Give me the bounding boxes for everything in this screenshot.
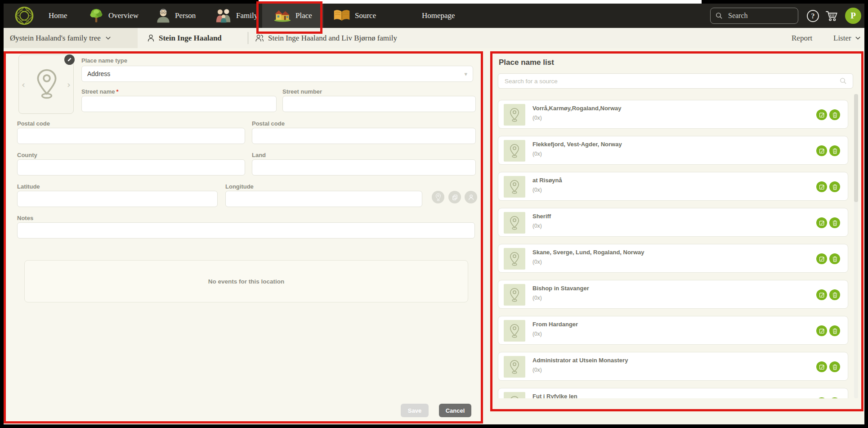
edit-place-button[interactable]	[816, 361, 827, 372]
location-pin-icon	[509, 179, 520, 194]
land-input[interactable]	[252, 159, 476, 176]
place-list-item[interactable]: Sheriff (0x)	[498, 208, 848, 237]
breadcrumb-person-label: Stein Inge Haaland	[159, 34, 222, 43]
land-label: Land	[252, 152, 266, 158]
place-name: Flekkefjord, Vest-Agder, Norway	[532, 141, 622, 148]
edit-icon	[819, 256, 825, 262]
prev-image-button[interactable]: ‹	[22, 80, 25, 89]
street-number-input[interactable]	[282, 96, 476, 112]
delete-place-button[interactable]	[829, 217, 840, 228]
app-logo-icon[interactable]	[14, 5, 35, 26]
place-name: Fut i Ryfylke len	[532, 393, 577, 398]
location-pin-icon	[509, 323, 520, 338]
nav-home-label: Home	[49, 11, 67, 20]
location-pin-icon	[509, 359, 520, 374]
copy-coordinates-button[interactable]	[448, 191, 461, 203]
lister-dropdown[interactable]: Lister	[833, 28, 861, 48]
place-list-item[interactable]: Skane, Sverge, Lund, Rogaland, Norway (0…	[498, 244, 848, 273]
scrollbar-thumb[interactable]	[854, 94, 858, 202]
trash-icon	[832, 148, 838, 154]
breadcrumb-family[interactable]: Stein Inge Haaland and Liv Bjørnø family	[255, 28, 397, 48]
delete-place-button[interactable]	[829, 289, 840, 300]
edit-icon	[819, 184, 825, 190]
street-view-button[interactable]	[465, 191, 477, 203]
nav-overview-label: Overview	[108, 11, 139, 20]
place-list-item[interactable]: Fut i Ryfylke len (0x)	[498, 388, 848, 398]
delete-place-button[interactable]	[829, 145, 840, 156]
postal-code-input-2[interactable]	[252, 128, 476, 144]
people-outline-icon	[255, 34, 264, 42]
postal-code-input-1[interactable]	[17, 128, 245, 144]
latitude-input[interactable]	[17, 191, 218, 207]
place-list-item[interactable]: From Hardanger (0x)	[498, 316, 848, 345]
house-icon	[273, 7, 291, 24]
delete-place-button[interactable]	[829, 361, 840, 372]
edit-icon	[819, 328, 825, 334]
place-list-search-input[interactable]	[504, 77, 836, 85]
no-events-text: No events for this location	[208, 278, 285, 285]
place-list-item[interactable]: Administrator at Utsein Monastery (0x)	[498, 352, 848, 381]
delete-place-button[interactable]	[829, 181, 840, 192]
edit-place-button[interactable]	[816, 253, 827, 264]
report-link[interactable]: Report	[792, 28, 812, 48]
place-name: Administrator at Utsein Monastery	[532, 357, 628, 364]
nav-place-active-tab[interactable]: Place	[262, 4, 323, 28]
street-view-icon	[468, 194, 474, 201]
help-button[interactable]: ?	[807, 10, 819, 22]
tree-selector[interactable]: Øystein Haaland's family tree	[4, 28, 138, 48]
nav-family[interactable]: Family	[215, 4, 258, 28]
edit-place-button[interactable]	[816, 145, 827, 156]
place-list-item[interactable]: Flekkefjord, Vest-Agder, Norway (0x)	[498, 136, 848, 165]
user-avatar[interactable]: P	[845, 8, 861, 24]
longitude-input[interactable]	[225, 191, 422, 207]
delete-place-button[interactable]	[829, 109, 840, 120]
family-icon	[215, 8, 232, 23]
nav-search-input[interactable]	[727, 11, 786, 20]
edit-place-button[interactable]	[816, 109, 827, 120]
edit-place-button[interactable]	[816, 397, 827, 398]
location-pin-icon	[509, 395, 520, 398]
place-list-item[interactable]: Bishop in Stavanger (0x)	[498, 280, 848, 309]
top-edge-highlight	[259, 0, 702, 4]
place-thumbnail	[504, 140, 525, 162]
nav-person[interactable]: Person	[156, 4, 196, 28]
edit-place-button[interactable]	[816, 325, 827, 336]
save-button[interactable]: Save	[401, 404, 429, 417]
street-name-input[interactable]	[81, 96, 277, 112]
county-label: County	[17, 152, 37, 158]
place-name-type-label: Place name type	[81, 57, 127, 64]
county-input[interactable]	[17, 159, 245, 176]
edit-image-button[interactable]	[64, 54, 75, 65]
edit-place-button[interactable]	[816, 181, 827, 192]
edit-place-button[interactable]	[816, 289, 827, 300]
edit-place-button[interactable]	[816, 217, 827, 228]
place-name-type-select[interactable]: Address ▾	[81, 66, 473, 82]
place-list-item[interactable]: Vorrå,Karmøy,Rogaland,Norway (0x)	[498, 100, 848, 129]
cart-button[interactable]	[825, 9, 838, 24]
notes-input[interactable]	[17, 222, 475, 239]
app-window: Home Overview	[0, 0, 868, 428]
delete-place-button[interactable]	[829, 325, 840, 336]
place-usage-count: (0x)	[532, 115, 542, 121]
nav-home[interactable]: Home	[49, 4, 67, 28]
place-usage-count: (0x)	[532, 223, 542, 229]
place-name: Bishop in Stavanger	[532, 285, 589, 292]
chevron-down-icon: ▾	[464, 71, 467, 77]
place-name: Vorrå,Karmøy,Rogaland,Norway	[532, 105, 621, 112]
nav-homepage[interactable]: Homepage	[422, 4, 455, 28]
avatar-initial: P	[850, 11, 856, 21]
person-icon	[156, 8, 171, 23]
nav-overview[interactable]: Overview	[88, 4, 139, 28]
next-image-button[interactable]: ›	[67, 80, 71, 89]
delete-place-button[interactable]	[829, 397, 840, 398]
breadcrumb-person[interactable]: Stein Inge Haaland	[147, 28, 222, 48]
place-list-item[interactable]: at Risøynå (0x)	[498, 172, 848, 201]
delete-place-button[interactable]	[829, 253, 840, 264]
place-thumbnail	[504, 104, 525, 126]
cancel-button[interactable]: Cancel	[439, 404, 471, 417]
place-form-panel: ‹ › Place name type Address ▾ Street nam…	[4, 51, 483, 423]
nav-source[interactable]: Source	[333, 4, 376, 28]
locate-pin-button[interactable]	[432, 191, 444, 203]
street-name-label: Street name*	[81, 88, 118, 95]
place-list-title: Place name list	[499, 58, 554, 67]
